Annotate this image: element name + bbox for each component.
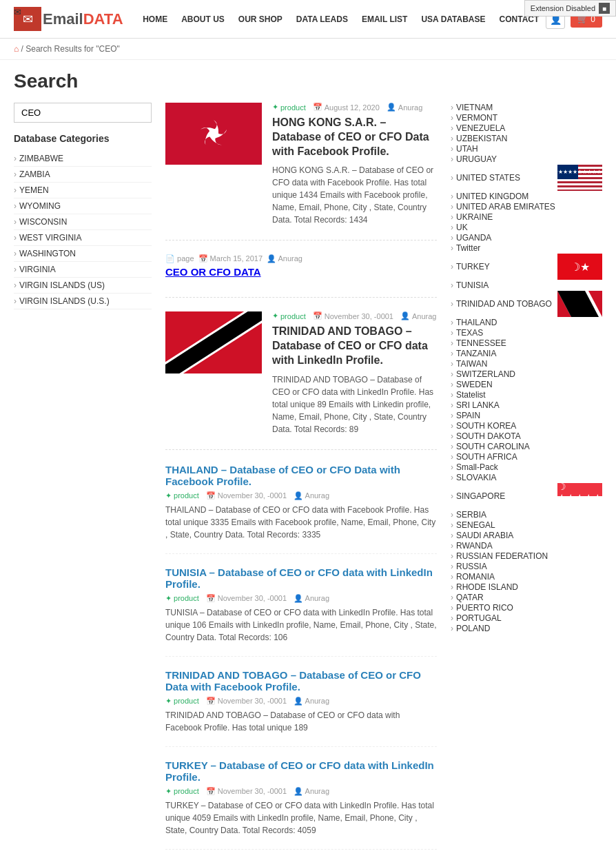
category-link-virgin-islands-us2[interactable]: VIRGIN ISLANDS (U.S.)	[14, 296, 152, 306]
page-title: Search	[0, 60, 616, 96]
post-item-link[interactable]: THAILAND – Database of CEO or CFO Data w…	[165, 464, 400, 487]
country-link[interactable]: › SPAIN	[451, 411, 602, 420]
nav-email-list[interactable]: EMAIL LIST	[362, 14, 407, 24]
page-result: 📄 page 📅 March 15, 2017 👤 Anurag CEO OR …	[165, 254, 437, 298]
nav-home[interactable]: HOME	[143, 14, 167, 24]
post-link-2[interactable]: TRINIDAD AND TOBAGO – Database of CEO or…	[272, 325, 428, 366]
category-link-washington[interactable]: WASHINGTON	[14, 249, 152, 258]
page-tag: 📄 page 📅 March 15, 2017 👤 Anurag	[165, 254, 437, 263]
country-link[interactable]: › UNITED ARAB EMIRATES	[451, 202, 602, 212]
category-link-wisconsin[interactable]: WISCONSIN	[14, 217, 152, 227]
country-link[interactable]: › PUERTO RICO	[451, 603, 602, 613]
country-link[interactable]: › UGANDA	[451, 233, 602, 243]
right-sidebar-item: › UNITED ARAB EMIRATES	[451, 202, 602, 212]
post-item-date: 📅 November 30, -0001	[206, 594, 287, 603]
right-sidebar-item: › UNITED KINGDOM	[451, 192, 602, 201]
site-logo[interactable]: ✉ EmailDATA	[14, 7, 123, 31]
post-link-1[interactable]: HONG KONG S.A.R. – Database of CEO or CF…	[272, 116, 429, 157]
category-link-yemen[interactable]: YEMEN	[14, 185, 152, 195]
category-link-virginia[interactable]: VIRGINIA	[14, 265, 152, 274]
post-item-author: 👤 Anurag	[294, 697, 329, 706]
post-item: TUNISIA – Database of CEO or CFO data wi…	[165, 566, 437, 657]
breadcrumb-home-link[interactable]: ⌂	[14, 44, 19, 54]
right-sidebar-item: › SPAIN	[451, 411, 602, 420]
country-link[interactable]: › UTAH	[451, 144, 602, 154]
country-link[interactable]: › SOUTH KOREA	[451, 421, 602, 431]
category-link-wyoming[interactable]: WYOMING	[14, 201, 152, 211]
country-link[interactable]: › SLOVAKIA	[451, 473, 602, 482]
post-item-link[interactable]: TRINIDAD AND TOBAGO – Database of CEO or…	[165, 669, 421, 693]
country-link[interactable]: › SWEDEN	[451, 380, 602, 389]
country-link[interactable]: › TUNISIA	[451, 280, 602, 290]
country-link[interactable]: › ROMANIA	[451, 572, 602, 582]
sidebar-category-list: ZIMBABWE ZAMBIA YEMEN WYOMING WISCONSIN …	[14, 151, 152, 309]
country-link[interactable]: › SOUTH DAKOTA	[451, 431, 602, 441]
country-link[interactable]: › RUSSIA	[451, 562, 602, 571]
country-link[interactable]: › TENNESSEE	[451, 338, 602, 348]
country-link[interactable]: › Statelist	[451, 390, 602, 400]
country-link[interactable]: › UK	[451, 223, 602, 232]
country-link[interactable]: › RWANDA	[451, 541, 602, 551]
category-link-west-virginia[interactable]: WEST VIRGINIA	[14, 233, 152, 243]
category-link-zimbabwe[interactable]: ZIMBABWE	[14, 154, 152, 163]
posts-container: THAILAND – Database of CEO or CFO Data w…	[165, 464, 437, 860]
country-link[interactable]: › UZBEKISTAN	[451, 134, 602, 143]
list-item: ZIMBABWE	[14, 151, 152, 167]
country-link[interactable]: › TANZANIA	[451, 349, 602, 358]
search-input[interactable]	[14, 103, 152, 123]
extension-bar: Extension Disabled ■	[524, 0, 616, 17]
country-link[interactable]: › VIETNAM	[451, 103, 602, 112]
country-link[interactable]: › SRI LANKA	[451, 400, 602, 410]
extension-close-button[interactable]: ■	[599, 3, 610, 14]
post-item-title: TURKEY – Database of CEO or CFO data wit…	[165, 759, 437, 783]
right-sidebar-item: › RWANDA	[451, 541, 602, 551]
country-link[interactable]: › UNITED STATES	[451, 173, 557, 183]
country-link[interactable]: › SWITZERLAND	[451, 369, 602, 379]
right-sidebar-item: › SWEDEN	[451, 380, 602, 389]
country-link[interactable]: › RHODE ISLAND	[451, 582, 602, 592]
post-title-2: TRINIDAD AND TOBAGO – Database of CEO or…	[272, 325, 437, 367]
right-sidebar-item: › TUNISIA	[451, 280, 602, 290]
right-sidebar-item: › SERBIA	[451, 510, 602, 520]
country-link[interactable]: › RUSSIAN FEDERATION	[451, 551, 602, 561]
country-link[interactable]: › SOUTH AFRICA	[451, 452, 602, 462]
post-date-1: 📅 August 12, 2020	[313, 103, 380, 112]
country-link[interactable]: › SERBIA	[451, 510, 602, 520]
country-link[interactable]: › TEXAS	[451, 328, 602, 338]
country-link[interactable]: › VERMONT	[451, 113, 602, 123]
nav-data-leads[interactable]: DATA LEADS	[296, 14, 348, 24]
country-link[interactable]: › SOUTH CAROLINA	[451, 442, 602, 451]
country-link[interactable]: › TRINIDAD AND TOBAGO	[451, 299, 557, 309]
right-sidebar-item: › SINGAPORE ☽ ★★★★★	[451, 483, 602, 509]
country-link[interactable]: › UNITED KINGDOM	[451, 192, 602, 201]
post-item-link[interactable]: TURKEY – Database of CEO or CFO data wit…	[165, 759, 434, 783]
right-sidebar-item: › POLAND	[451, 624, 602, 633]
right-sidebar-item: › TRINIDAD AND TOBAGO	[451, 291, 602, 317]
country-link[interactable]: › SENEGAL	[451, 520, 602, 530]
nav-about[interactable]: ABOUT US	[181, 14, 225, 24]
sidebar-categories-title: Database Categories	[14, 133, 152, 144]
country-link[interactable]: › Small-Pack	[451, 462, 602, 472]
right-sidebar-item: › PUERTO RICO	[451, 603, 602, 613]
nav-shop[interactable]: OUR SHOP	[238, 14, 283, 24]
page-link[interactable]: CEO OR CFO DATA	[165, 266, 261, 278]
country-link[interactable]: › POLAND	[451, 624, 602, 633]
country-link[interactable]: › THAILAND	[451, 318, 602, 327]
country-link[interactable]: › Twitter	[451, 243, 602, 253]
country-link[interactable]: › TAIWAN	[451, 359, 602, 369]
post-thumbnail-2	[165, 311, 262, 373]
country-link[interactable]: › VENEZUELA	[451, 123, 602, 133]
post-item-link[interactable]: TUNISIA – Database of CEO or CFO data wi…	[165, 566, 433, 590]
country-link[interactable]: › UKRAINE	[451, 212, 602, 222]
country-link[interactable]: › SAUDI ARABIA	[451, 531, 602, 540]
category-link-zambia[interactable]: ZAMBIA	[14, 170, 152, 179]
country-link[interactable]: › QATAR	[451, 593, 602, 602]
category-link-virgin-islands-us[interactable]: VIRGIN ISLANDS (US)	[14, 280, 152, 290]
country-link[interactable]: › TURKEY	[451, 262, 557, 272]
nav-usa-database[interactable]: USA DATABASE	[421, 14, 485, 24]
country-link[interactable]: › URUGUAY	[451, 154, 602, 164]
post-meta-1: ✦ product 📅 August 12, 2020 👤 Anurag	[272, 103, 437, 112]
country-link[interactable]: › SINGAPORE	[451, 491, 557, 501]
country-link[interactable]: › PORTUGAL	[451, 613, 602, 623]
right-sidebar-item: › SOUTH DAKOTA	[451, 431, 602, 441]
